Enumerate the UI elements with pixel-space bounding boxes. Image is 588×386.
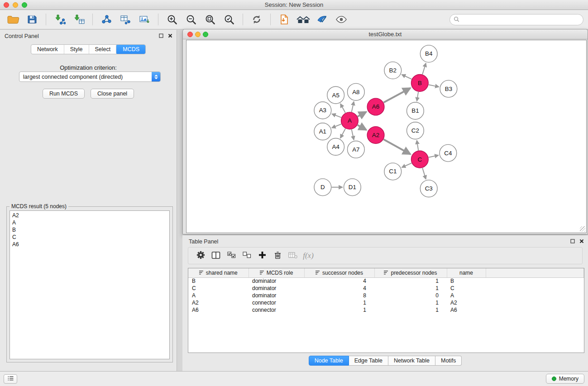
- graph-edge-C-C2[interactable]: [417, 140, 418, 150]
- graph-edge-B-B4[interactable]: [422, 63, 426, 75]
- graph-node-C4[interactable]: C4: [440, 144, 457, 162]
- graph-node-C1[interactable]: C1: [384, 163, 402, 180]
- graph-edge-B-B2[interactable]: [402, 75, 412, 79]
- tab-node-table[interactable]: Node Table: [309, 356, 349, 366]
- table-cell[interactable]: C: [447, 285, 486, 292]
- import-network-button[interactable]: [52, 12, 68, 27]
- window-resize-grip[interactable]: [580, 226, 585, 232]
- delete-column-button[interactable]: [270, 249, 285, 262]
- table-row[interactable]: Adominator80A: [188, 292, 584, 299]
- graph-node-C3[interactable]: C3: [420, 180, 437, 197]
- zoom-selected-button[interactable]: [221, 12, 237, 27]
- graph-edge-A2-C[interactable]: [383, 139, 410, 154]
- table-row[interactable]: Bdominator41B: [188, 277, 584, 285]
- graph-edge-A-A3[interactable]: [332, 114, 341, 118]
- table-cell[interactable]: 8: [304, 292, 374, 299]
- graph-node-C[interactable]: C: [411, 151, 428, 168]
- mcds-result-item[interactable]: B: [10, 226, 169, 234]
- graph-node-A8[interactable]: A8: [347, 83, 364, 100]
- graph-edge-C-C4[interactable]: [429, 155, 439, 157]
- table-cell[interactable]: A: [447, 292, 486, 299]
- graph-edge-A-A1[interactable]: [332, 124, 341, 128]
- graph-edge-A-A8[interactable]: [352, 102, 354, 112]
- tab-network[interactable]: Network: [31, 45, 64, 54]
- delete-table-button[interactable]: [285, 249, 301, 262]
- function-builder-button[interactable]: f(x): [301, 249, 316, 262]
- graph-edge-B-B1[interactable]: [417, 92, 418, 101]
- import-table-button[interactable]: [71, 12, 87, 27]
- table-row[interactable]: A6connector11A6: [188, 306, 584, 314]
- table-cell[interactable]: A2: [188, 299, 249, 306]
- zoom-fit-button[interactable]: [202, 12, 218, 27]
- tab-style[interactable]: Style: [64, 45, 89, 54]
- table-cell[interactable]: B: [447, 277, 486, 285]
- table-cell[interactable]: C: [188, 285, 249, 292]
- zoom-out-button[interactable]: [183, 12, 199, 27]
- new-network-button[interactable]: [98, 12, 115, 27]
- graph-node-B[interactable]: B: [411, 74, 428, 91]
- column-header-mcds-role[interactable]: MCDS role: [249, 268, 304, 277]
- export-image-button[interactable]: [136, 12, 153, 27]
- graph-node-B4[interactable]: B4: [420, 45, 437, 62]
- table-row[interactable]: A2connector11A2: [188, 299, 584, 306]
- optimization-criterion-dropdown[interactable]: largest connected component (directed): [19, 71, 161, 82]
- graph-node-A[interactable]: A: [341, 112, 359, 129]
- table-settings-button[interactable]: [193, 249, 208, 262]
- table-cell[interactable]: connector: [249, 306, 304, 314]
- graph-node-A1[interactable]: A1: [314, 123, 331, 140]
- tab-network-table[interactable]: Network Table: [388, 356, 435, 366]
- table-cell[interactable]: 1: [374, 306, 447, 314]
- mcds-result-item[interactable]: A: [10, 219, 169, 226]
- graph-node-A3[interactable]: A3: [314, 102, 331, 119]
- close-panel-button[interactable]: Close panel: [91, 89, 134, 99]
- refresh-button[interactable]: [249, 12, 265, 27]
- search-input[interactable]: [459, 17, 583, 23]
- network-window-titlebar[interactable]: testGlobe.txt: [183, 29, 588, 39]
- zoom-in-button[interactable]: [164, 12, 180, 27]
- graph-edge-A-A7[interactable]: [352, 129, 354, 140]
- graph-edge-A6-B[interactable]: [384, 88, 411, 103]
- home-button[interactable]: [295, 12, 311, 27]
- column-header-predecessor-nodes[interactable]: predecessor nodes: [374, 268, 447, 277]
- graph-node-A6[interactable]: A6: [367, 98, 384, 115]
- table-cell[interactable]: 1: [374, 277, 447, 285]
- graph-node-B2[interactable]: B2: [384, 62, 402, 79]
- table-row[interactable]: Cdominator41C: [188, 285, 584, 292]
- table-cell[interactable]: 1: [374, 285, 447, 292]
- graph-node-B3[interactable]: B3: [440, 80, 457, 97]
- column-header-successor-nodes[interactable]: successor nodes: [304, 268, 374, 277]
- table-cell[interactable]: dominator: [249, 292, 304, 299]
- mcds-result-item[interactable]: A2: [10, 212, 169, 219]
- import-document-button[interactable]: [276, 12, 292, 27]
- graph-node-A2[interactable]: A2: [367, 127, 384, 144]
- select-all-rows-button[interactable]: [224, 249, 239, 262]
- column-header-shared-name[interactable]: shared name: [188, 268, 249, 277]
- graph-edge-A-A4[interactable]: [340, 129, 345, 138]
- table-cell[interactable]: 1: [374, 299, 447, 306]
- graph-edge-A-A5[interactable]: [340, 104, 345, 113]
- table-cell[interactable]: dominator: [249, 277, 304, 285]
- graph-node-D[interactable]: D: [314, 179, 331, 196]
- table-cell[interactable]: A: [188, 292, 249, 299]
- tab-motifs[interactable]: Motifs: [435, 356, 462, 366]
- tab-mcds[interactable]: MCDS: [116, 44, 146, 54]
- search-box[interactable]: [449, 14, 583, 25]
- table-cell[interactable]: 1: [304, 306, 374, 314]
- table-cell[interactable]: A6: [188, 306, 249, 314]
- table-cell[interactable]: connector: [249, 299, 304, 306]
- save-session-button[interactable]: [24, 12, 40, 27]
- graph-edge-A-A6[interactable]: [358, 112, 366, 116]
- show-columns-button[interactable]: [208, 249, 224, 262]
- graph-node-D1[interactable]: D1: [344, 179, 361, 196]
- graph-node-A7[interactable]: A7: [347, 141, 364, 158]
- graph-edge-A-A2[interactable]: [358, 125, 366, 130]
- table-cell[interactable]: 0: [374, 292, 447, 299]
- validate-button[interactable]: [314, 12, 330, 27]
- float-table-panel-icon[interactable]: [570, 238, 575, 244]
- graph-edge-C-C3[interactable]: [422, 168, 426, 179]
- network-from-table-button[interactable]: [117, 12, 134, 27]
- mcds-result-list[interactable]: A2ABCA6: [10, 210, 170, 359]
- run-mcds-button[interactable]: Run MCDS: [43, 89, 85, 99]
- tab-edge-table[interactable]: Edge Table: [349, 356, 388, 366]
- open-session-button[interactable]: [5, 12, 21, 27]
